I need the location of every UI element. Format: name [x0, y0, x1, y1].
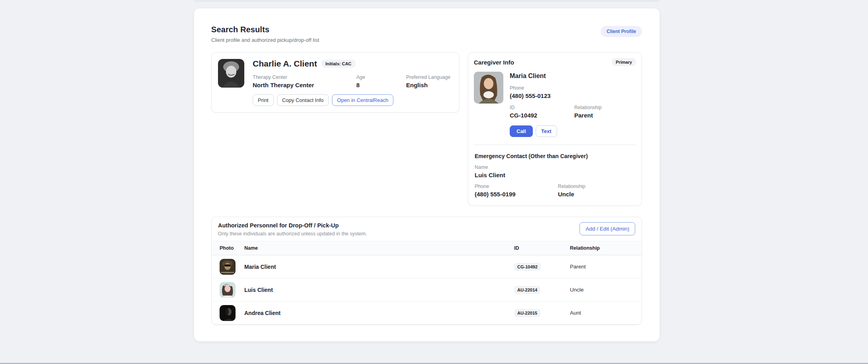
row-photo [220, 282, 236, 298]
table-row: Maria Client CG-10492 Parent [212, 255, 642, 278]
field-value: CG-10492 [510, 112, 574, 119]
field-label: Preferred Language [406, 74, 453, 80]
column-header-name: Name [244, 241, 514, 255]
authorized-personnel-card: Authorized Personnel for Drop-Off / Pick… [211, 217, 642, 325]
column-header-relationship: Relationship [570, 241, 634, 255]
open-in-centralreach-button[interactable]: Open in CentralReach [332, 94, 394, 106]
caregiver-body: Maria Client Phone (480) 555-0123 ID CG-… [474, 72, 636, 137]
table-row: Luis Client AU-22014 Uncle [212, 278, 642, 301]
emergency-phone-relationship: Phone (480) 555-0199 Relationship Uncle [475, 184, 635, 198]
caregiver-title: Caregiver Info [474, 59, 514, 66]
row-photo [220, 305, 236, 321]
row-relationship: Parent [570, 264, 634, 270]
primary-badge: Primary [612, 58, 636, 66]
column-header-photo: Photo [220, 241, 244, 255]
field-label: Age [356, 74, 406, 80]
row-id-badge: CG-10492 [514, 263, 541, 271]
caregiver-card: Caregiver Info Primary Maria Client [468, 52, 642, 206]
caregiver-name: Maria Client [510, 72, 636, 80]
row-relationship: Uncle [570, 287, 634, 293]
page-subtitle: Client profile and authorized pickup/dro… [211, 37, 319, 43]
row-name: Andrea Client [244, 310, 514, 316]
row-id-badge: AU-22014 [514, 286, 540, 294]
emergency-contact-section: Emergency Contact (Other than Caregiver)… [474, 153, 636, 198]
client-name: Charlie A. Client [253, 59, 317, 68]
table-header-row: Photo Name ID Relationship [212, 241, 642, 255]
maria-row-photo [220, 259, 236, 275]
add-edit-admin-button[interactable]: Add / Edit (Admin) [579, 222, 635, 235]
client-name-row: Charlie A. Client Initials: CAC [253, 59, 453, 68]
field-label: Phone [475, 184, 558, 189]
field-preferred-language: Preferred Language English [406, 74, 453, 88]
caregiver-main: Maria Client Phone (480) 555-0123 ID CG-… [510, 72, 636, 137]
print-button[interactable]: Print [253, 94, 274, 106]
row-id-cell: CG-10492 [514, 263, 570, 271]
emergency-name-field: Name Luis Client [475, 164, 635, 178]
field-label: Relationship [574, 105, 636, 110]
charlie-photo [218, 59, 244, 88]
top-edge-strip [194, 0, 660, 2]
row-id-badge: AU-22015 [514, 309, 540, 317]
maria-caregiver-photo [474, 72, 503, 104]
client-fields: Therapy Center North Therapy Center Age … [253, 74, 453, 88]
client-actions: Print Copy Contact Info Open in CentralR… [253, 94, 453, 106]
panel-header: Search Results Client profile and author… [211, 25, 642, 43]
row-name: Luis Client [244, 287, 514, 293]
page-title: Search Results [211, 25, 319, 34]
authorized-header-text: Authorized Personnel for Drop-Off / Pick… [218, 222, 367, 237]
caregiver-header: Caregiver Info Primary [474, 58, 636, 66]
caregiver-phone-field: Phone (480) 555-0123 [510, 85, 636, 99]
field-age: Age 8 [356, 74, 406, 88]
luis-row-photo [220, 282, 236, 298]
client-initials-badge: Initials: CAC [321, 60, 355, 68]
caregiver-actions: Call Text [510, 125, 636, 137]
row-photo [220, 259, 236, 275]
andrea-row-photo [220, 305, 236, 321]
row-id-cell: AU-22014 [514, 286, 570, 294]
caregiver-id-relationship: ID CG-10492 Relationship Parent [510, 105, 636, 119]
field-value: English [406, 82, 453, 88]
authorized-header: Authorized Personnel for Drop-Off / Pick… [212, 217, 642, 241]
client-profile-badge: Client Profile [601, 26, 642, 37]
top-cards-row: Charlie A. Client Initials: CAC Therapy … [211, 52, 642, 206]
field-label: Phone [510, 85, 636, 91]
search-results-panel: Search Results Client profile and author… [194, 8, 660, 341]
call-button[interactable]: Call [510, 125, 533, 137]
client-card: Charlie A. Client Initials: CAC Therapy … [211, 52, 460, 113]
row-id-cell: AU-22015 [514, 309, 570, 317]
field-therapy-center: Therapy Center North Therapy Center [253, 74, 356, 88]
emergency-title: Emergency Contact (Other than Caregiver) [475, 153, 635, 159]
text-button[interactable]: Text [536, 125, 557, 137]
field-label: Name [475, 164, 635, 170]
caregiver-id-field: ID CG-10492 [510, 105, 574, 119]
field-label: ID [510, 105, 574, 110]
field-value: Luis Client [475, 172, 635, 178]
client-main: Charlie A. Client Initials: CAC Therapy … [253, 59, 453, 106]
authorized-title: Authorized Personnel for Drop-Off / Pick… [218, 222, 367, 229]
field-value: Uncle [558, 191, 635, 198]
column-header-id: ID [514, 241, 570, 255]
client-photo [218, 59, 244, 88]
caregiver-photo [474, 72, 503, 104]
table-row: Andrea Client AU-22015 Aunt [212, 301, 642, 325]
caregiver-divider [474, 145, 636, 145]
field-value: Parent [574, 112, 636, 119]
row-relationship: Aunt [570, 310, 634, 316]
field-label: Relationship [558, 184, 635, 189]
emergency-phone-field: Phone (480) 555-0199 [475, 184, 558, 198]
field-value: North Therapy Center [253, 82, 356, 88]
field-value: (480) 555-0123 [510, 92, 636, 99]
row-name: Maria Client [244, 264, 514, 270]
caregiver-relationship-field: Relationship Parent [574, 105, 636, 119]
copy-contact-info-button[interactable]: Copy Contact Info [277, 94, 329, 106]
field-label: Therapy Center [253, 74, 356, 80]
field-value: 8 [356, 82, 406, 88]
field-value: (480) 555-0199 [475, 191, 558, 198]
panel-header-text: Search Results Client profile and author… [211, 25, 319, 43]
authorized-subtitle: Only these individuals are authorized un… [218, 231, 367, 237]
emergency-relationship-field: Relationship Uncle [558, 184, 635, 198]
